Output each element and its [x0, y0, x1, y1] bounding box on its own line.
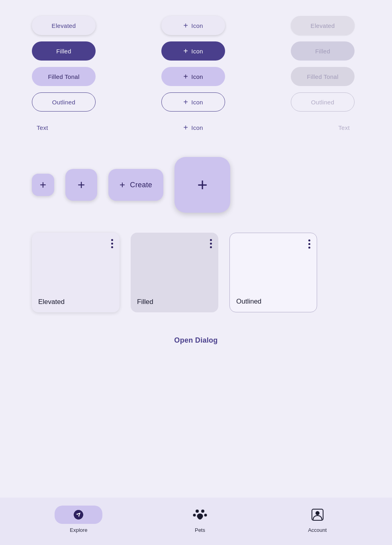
button-row-text: Text + Icon Text [32, 118, 360, 137]
pets-icon [191, 506, 209, 524]
explore-icon-wrap [55, 506, 102, 524]
card-filled-menu[interactable] [210, 239, 212, 248]
card-elevated[interactable]: Elevated [32, 233, 120, 312]
account-icon-wrap [308, 506, 327, 524]
svg-point-4 [201, 510, 204, 513]
card-elevated-menu[interactable] [111, 239, 113, 248]
disabled-filled-tonal-button: Filled Tonal [291, 67, 355, 86]
disabled-text-button: Text [333, 118, 355, 137]
svg-point-8 [316, 511, 319, 515]
fab-small-icon: + [40, 178, 46, 191]
bottom-navigation: Explore Pets Account [0, 498, 392, 545]
plus-icon: + [183, 22, 188, 29]
fab-section: + + + Create + [0, 145, 392, 225]
button-row-filled-tonal: Filled Tonal + Icon Filled Tonal [32, 67, 360, 86]
filled-button[interactable]: Filled [32, 41, 96, 61]
plus-icon: + [183, 47, 188, 55]
card-filled-label: Filled [137, 298, 212, 306]
svg-point-5 [193, 514, 196, 517]
button-row-filled: Filled + Icon Filled [32, 41, 360, 61]
svg-point-6 [204, 514, 207, 517]
icon-filled-button[interactable]: + Icon [161, 41, 225, 61]
icon-elevated-button[interactable]: + Icon [161, 16, 225, 35]
fab-medium-icon: + [78, 178, 85, 192]
account-icon [308, 506, 327, 524]
fab-extended-icon: + [120, 179, 125, 190]
icon-filled-tonal-button[interactable]: + Icon [161, 67, 225, 86]
button-row-outlined: Outlined + Icon Outlined [32, 92, 360, 112]
svg-point-3 [196, 510, 199, 513]
svg-point-2 [78, 514, 80, 516]
nav-item-account[interactable]: Account [298, 506, 337, 533]
card-section: Elevated Filled Outlined [0, 225, 392, 324]
fab-small[interactable]: + [32, 174, 54, 196]
card-filled[interactable]: Filled [131, 233, 218, 312]
fab-extended-label: Create [130, 181, 152, 189]
plus-icon: + [183, 73, 188, 80]
dialog-section: Open Dialog [0, 324, 392, 357]
nav-item-explore[interactable]: Explore [55, 506, 102, 533]
outlined-button[interactable]: Outlined [32, 92, 96, 112]
disabled-filled-button: Filled [291, 41, 355, 61]
fab-extended[interactable]: + Create [108, 169, 163, 201]
nav-item-pets[interactable]: Pets [180, 506, 220, 533]
card-elevated-label: Elevated [38, 298, 113, 306]
fab-large[interactable]: + [174, 157, 230, 213]
button-row-elevated: Elevated + Icon Elevated [32, 16, 360, 35]
pets-icon-wrap [191, 506, 209, 524]
open-dialog-button[interactable]: Open Dialog [174, 336, 218, 345]
card-outlined-label: Outlined [236, 298, 310, 306]
pets-label: Pets [195, 527, 205, 533]
explore-icon [73, 509, 84, 520]
icon-text-button[interactable]: + Icon [178, 118, 208, 137]
account-label: Account [308, 527, 327, 533]
button-section: Elevated + Icon Elevated Filled + Icon F… [0, 0, 392, 145]
text-button[interactable]: Text [32, 118, 53, 137]
plus-icon: + [183, 124, 188, 131]
elevated-button[interactable]: Elevated [32, 16, 96, 35]
fab-large-icon: + [197, 175, 208, 195]
card-outlined[interactable]: Outlined [229, 233, 317, 312]
explore-label: Explore [70, 527, 87, 533]
icon-outlined-button[interactable]: + Icon [161, 92, 225, 112]
fab-medium[interactable]: + [65, 169, 97, 201]
filled-tonal-button[interactable]: Filled Tonal [32, 67, 96, 86]
disabled-outlined-button: Outlined [291, 92, 355, 112]
disabled-elevated-button: Elevated [291, 16, 355, 35]
explore-icon-pill [55, 506, 102, 524]
plus-icon: + [183, 98, 188, 106]
card-outlined-menu[interactable] [308, 239, 310, 249]
